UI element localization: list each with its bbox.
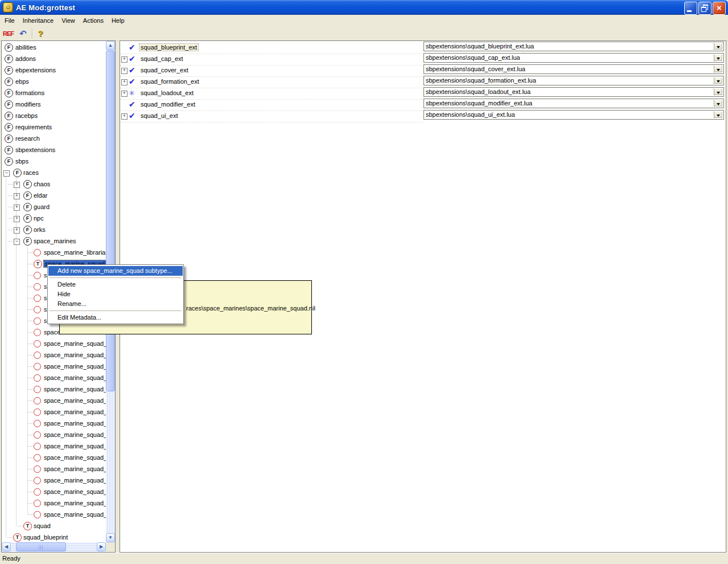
tree-item[interactable]: space_marine_squad_ <box>2 361 106 373</box>
tree-item[interactable]: −Fspace_marines <box>2 236 106 247</box>
scroll-up-icon[interactable]: ▲ <box>106 41 115 50</box>
instance-icon <box>34 397 41 404</box>
tree-item-label: space_marine_librarian <box>44 249 106 256</box>
minimize-button[interactable] <box>684 2 697 15</box>
tree-item[interactable]: space_marine_squad_ <box>2 430 106 441</box>
tree-item[interactable]: space_marine_squad_ <box>2 384 106 395</box>
expand-box-icon[interactable]: + <box>14 227 20 234</box>
collapse-box-icon[interactable]: − <box>14 239 20 245</box>
chevron-down-icon[interactable] <box>714 111 723 118</box>
tree-item-label: space_marine_squad_ <box>44 374 106 381</box>
context-menu-item[interactable]: Delete <box>48 280 183 289</box>
tree-connector-line <box>28 446 33 447</box>
chevron-down-icon[interactable] <box>714 43 723 50</box>
extension-value-combobox[interactable]: sbpextensions\squad_cap_ext.lua <box>423 53 724 63</box>
tree-horizontal-scrollbar[interactable]: ◀ ▶ <box>2 542 106 552</box>
expand-box-icon[interactable]: + <box>14 216 20 222</box>
restore-button[interactable] <box>698 2 711 15</box>
tree-item[interactable]: Fabilities <box>2 42 106 54</box>
tree-item[interactable]: space_marine_squad_ <box>2 350 106 361</box>
tree-item[interactable]: Frequirements <box>2 122 106 133</box>
expand-box-icon[interactable]: + <box>14 205 20 211</box>
instance-icon <box>34 431 41 439</box>
tree-connector-line <box>8 207 13 207</box>
context-menu-item[interactable]: Edit Metadata... <box>48 313 183 322</box>
chevron-down-icon[interactable] <box>714 77 723 84</box>
tree-item[interactable]: Febpextensions <box>2 65 106 76</box>
tree-item[interactable]: space_marine_squad_ <box>2 498 106 509</box>
tree-item[interactable]: space_marine_squad_ <box>2 441 106 452</box>
tree-item[interactable]: +Fguard <box>2 202 106 213</box>
tree-item[interactable]: space_marine_librarian <box>2 247 106 259</box>
tree-item[interactable]: +Forks <box>2 224 106 236</box>
scroll-down-icon[interactable]: ▼ <box>106 533 115 542</box>
tree-connector-line <box>28 321 33 321</box>
folder-f-icon: F <box>13 169 22 177</box>
tree-item-label: modifiers <box>15 101 41 108</box>
chevron-down-icon[interactable] <box>714 100 723 107</box>
instance-icon <box>34 511 41 518</box>
tree-item[interactable]: Fformations <box>2 88 106 99</box>
tree-item[interactable]: −Fraces <box>2 167 106 179</box>
menu-file[interactable]: File <box>1 16 19 25</box>
undo-icon[interactable]: ↶ <box>18 27 28 39</box>
type-t-icon: T <box>13 533 22 542</box>
menu-help[interactable]: Help <box>108 16 129 25</box>
tree-item[interactable]: space_marine_squad_ <box>2 338 106 350</box>
extension-value-combobox[interactable]: sbpextensions\squad_ui_ext.lua <box>423 110 724 120</box>
expand-box-icon[interactable]: + <box>14 182 20 188</box>
tree-item-label: sbps <box>15 158 28 165</box>
ref-button[interactable]: REF <box>1 27 15 39</box>
menu-actions[interactable]: Actions <box>79 16 108 25</box>
chevron-down-icon[interactable] <box>714 54 723 62</box>
menu-view[interactable]: View <box>57 16 79 25</box>
tree-item[interactable]: +Feldar <box>2 190 106 202</box>
menu-inheritance[interactable]: Inheritance <box>19 16 57 25</box>
tree-item[interactable]: space_marine_squad_ <box>2 475 106 487</box>
combobox-value: sbpextensions\squad_blueprint_ext.lua <box>426 43 534 50</box>
expand-box-icon[interactable]: + <box>14 193 20 199</box>
tree-item[interactable]: space_marine_squad_ <box>2 395 106 407</box>
tree-item[interactable]: Faddons <box>2 54 106 65</box>
tree-item[interactable]: Febps <box>2 76 106 88</box>
combobox-value: sbpextensions\squad_formation_ext.lua <box>426 77 536 84</box>
close-button[interactable]: × <box>713 2 726 15</box>
tree-item[interactable]: +Fchaos <box>2 179 106 190</box>
context-menu-item[interactable]: Rename... <box>48 299 183 309</box>
tree-item[interactable]: Fmodifiers <box>2 99 106 111</box>
tree-item[interactable]: space_marine_squad_ <box>2 487 106 498</box>
collapse-box-icon[interactable]: − <box>3 170 10 177</box>
tree-item-label: addons <box>15 55 36 62</box>
tree-item[interactable]: space_marine_squad_ <box>2 464 106 475</box>
tree-item[interactable]: space_marine_squad_ <box>2 407 106 418</box>
extension-value-combobox[interactable]: sbpextensions\squad_cover_ext.lua <box>423 64 724 74</box>
scroll-left-icon[interactable]: ◀ <box>2 542 11 551</box>
context-menu-item[interactable]: Hide <box>48 289 183 299</box>
extension-value-combobox[interactable]: sbpextensions\squad_formation_ext.lua <box>423 76 724 85</box>
extension-value-combobox[interactable]: sbpextensions\squad_modifier_ext.lua <box>423 99 724 108</box>
tree-item-label: racebps <box>15 112 38 119</box>
help-icon[interactable]: ? <box>36 27 45 39</box>
tree-item-label: space_marine_squad_ <box>44 397 106 404</box>
extension-value-combobox[interactable]: sbpextensions\squad_blueprint_ext.lua <box>423 42 724 51</box>
tree-item[interactable]: Fsbpextensions <box>2 145 106 156</box>
tree-connector-line <box>28 275 33 276</box>
extension-value-combobox[interactable]: sbpextensions\squad_loadout_ext.lua <box>423 87 724 97</box>
tree-item[interactable]: space_marine_squad_ <box>2 373 106 384</box>
context-menu-item[interactable]: Add new space_marine_squad subtype... <box>48 266 183 276</box>
tree-item[interactable]: Tsquad <box>2 521 106 532</box>
tree-item[interactable]: space_marine_squad_ <box>2 418 106 430</box>
tree-item-label: guard <box>34 203 50 210</box>
vertical-scroll-thumb[interactable] <box>106 51 115 391</box>
chevron-down-icon[interactable] <box>714 88 723 96</box>
chevron-down-icon[interactable] <box>714 66 723 73</box>
tree-item[interactable]: Fsbps <box>2 156 106 167</box>
tree-item[interactable]: space_marine_squad_ <box>2 509 106 521</box>
tree-item[interactable]: Tsquad_blueprint <box>2 532 106 542</box>
scroll-right-icon[interactable]: ▶ <box>97 542 106 551</box>
tree-item[interactable]: Fresearch <box>2 133 106 145</box>
tree-item[interactable]: Fracebps <box>2 111 106 122</box>
tree-item[interactable]: space_marine_squad_ <box>2 452 106 464</box>
tree-item[interactable]: +Fnpc <box>2 213 106 224</box>
horizontal-scroll-thumb[interactable] <box>16 542 66 551</box>
